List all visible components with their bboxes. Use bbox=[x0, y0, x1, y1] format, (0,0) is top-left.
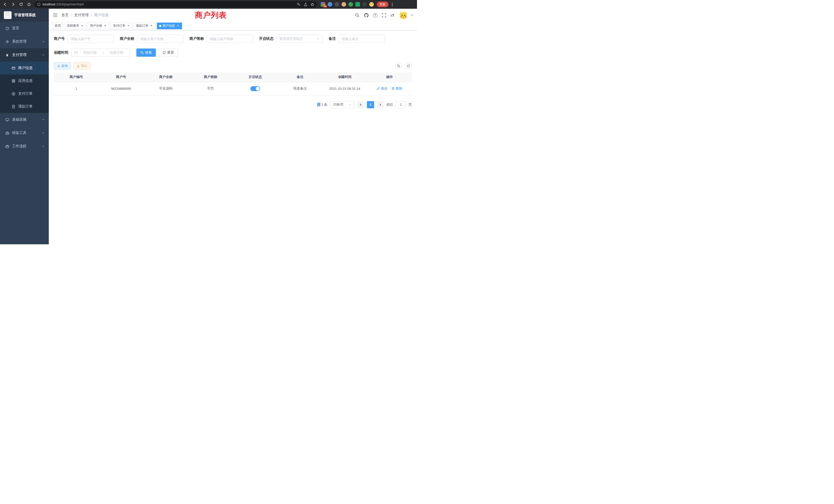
extension-avatar-icon[interactable] bbox=[342, 2, 346, 7]
address-bar[interactable]: localhost:1024/pay/merchant bbox=[35, 1, 317, 8]
help-icon[interactable] bbox=[373, 13, 377, 18]
sidebar-logo[interactable]: 芋道管理系统 bbox=[0, 9, 49, 22]
font-size-icon[interactable] bbox=[391, 13, 394, 18]
tab-process-form[interactable]: 流程表单× bbox=[64, 23, 86, 29]
site-info-icon[interactable] bbox=[37, 3, 41, 6]
delete-link[interactable]: 删除 bbox=[392, 86, 402, 91]
extension-smiley-icon[interactable] bbox=[369, 2, 374, 7]
sidebar-item-refund-order[interactable]: 退款订单 bbox=[0, 100, 49, 113]
page-annotation: 商户列表 bbox=[195, 10, 227, 21]
cell-short-name: 芋艿 bbox=[188, 82, 233, 95]
close-icon[interactable]: × bbox=[80, 24, 84, 28]
cell-merchant-no: M233666999 bbox=[98, 82, 143, 95]
reset-button[interactable]: 重置 bbox=[158, 48, 178, 57]
short-name-input[interactable] bbox=[207, 35, 253, 43]
user-menu-caret-icon[interactable] bbox=[411, 15, 413, 16]
sidebar: 芋道管理系统 首页 系统管理 bbox=[0, 9, 49, 244]
chevron-up-icon bbox=[42, 54, 45, 56]
cell-remark: 我是备注 bbox=[278, 82, 322, 95]
home-icon[interactable] bbox=[26, 2, 31, 7]
extension-puzzle-icon[interactable]: 10 bbox=[321, 2, 325, 7]
tab-refund-order[interactable]: 退款订单× bbox=[134, 23, 156, 29]
yen-icon bbox=[5, 53, 9, 57]
breadcrumb-payment[interactable]: 支付管理 bbox=[74, 13, 89, 18]
share-icon[interactable] bbox=[304, 3, 307, 6]
tab-home[interactable]: 首页 bbox=[52, 23, 63, 29]
sidebar-item-system[interactable]: 系统管理 bbox=[0, 35, 49, 48]
sidebar-item-merchant-info[interactable]: 商户信息 bbox=[0, 62, 49, 74]
dashboard-icon bbox=[5, 26, 9, 30]
next-page-button[interactable] bbox=[377, 101, 384, 108]
export-button[interactable]: 导出 bbox=[73, 62, 90, 70]
create-time-range-picker[interactable]: 开始日期 - 结束日期 bbox=[71, 48, 130, 57]
goto-label: 前往 bbox=[387, 102, 393, 107]
extension-green-circle-icon[interactable] bbox=[348, 2, 353, 7]
refresh-table-icon[interactable] bbox=[405, 62, 412, 70]
full-name-input[interactable] bbox=[137, 35, 183, 43]
extension-pinwheel-icon[interactable] bbox=[362, 2, 367, 7]
search-form-row-2: 创建时间 开始日期 - 结束日期 搜索 bbox=[54, 48, 412, 57]
col-short-name: 商户简称 bbox=[188, 72, 233, 82]
sidebar-item-app-info[interactable]: 应用信息 bbox=[0, 74, 49, 87]
tab-user-group[interactable]: 用户分组× bbox=[88, 23, 109, 29]
password-key-icon[interactable] bbox=[297, 3, 301, 6]
tab-pay-order[interactable]: 支付订单× bbox=[111, 23, 132, 29]
chevron-down-icon bbox=[42, 145, 45, 147]
start-date-placeholder: 开始日期 bbox=[79, 50, 101, 55]
search-button[interactable]: 搜索 bbox=[136, 48, 156, 57]
breadcrumb-home[interactable]: 首页 bbox=[61, 13, 69, 18]
browser-menu-icon[interactable] bbox=[392, 3, 393, 6]
merchant-no-input[interactable] bbox=[68, 35, 114, 43]
close-icon[interactable]: × bbox=[104, 24, 107, 28]
status-select[interactable]: 请选择开启状态 bbox=[276, 35, 323, 43]
sidebar-item-infra[interactable]: 基础设施 bbox=[0, 113, 49, 126]
close-icon[interactable]: × bbox=[127, 24, 130, 28]
url-text: localhost:1024/pay/merchant bbox=[43, 3, 84, 6]
page-size-select[interactable]: 10条/页 bbox=[330, 101, 355, 108]
cell-merchant-index: 1 bbox=[54, 82, 98, 95]
sidebar-item-devtools[interactable]: 研发工具 bbox=[0, 126, 49, 140]
bookmark-star-icon[interactable] bbox=[310, 3, 314, 6]
prev-page-button[interactable] bbox=[357, 101, 364, 108]
toggle-search-icon[interactable] bbox=[395, 62, 402, 70]
page-number-1[interactable]: 1 bbox=[367, 101, 374, 108]
refresh-icon[interactable] bbox=[19, 2, 24, 7]
extension-blue-icon[interactable] bbox=[328, 2, 332, 7]
chevron-down-icon bbox=[42, 132, 45, 134]
back-icon[interactable] bbox=[3, 2, 8, 7]
extension-dark-icon[interactable] bbox=[334, 2, 339, 7]
content: 商户号 商户全称 商户简称 开启状态 请选择开启状态 bbox=[49, 30, 417, 252]
app: 芋道管理系统 首页 系统管理 bbox=[0, 9, 417, 252]
add-button[interactable]: 新增 bbox=[54, 62, 71, 70]
github-icon[interactable] bbox=[364, 13, 369, 18]
active-dot bbox=[159, 25, 161, 27]
fullscreen-icon[interactable] bbox=[382, 13, 386, 18]
short-name-label: 商户简称 bbox=[190, 37, 204, 41]
edit-link[interactable]: 修改 bbox=[377, 86, 388, 91]
status-toggle[interactable] bbox=[250, 86, 260, 91]
browser-update-button[interactable]: 更新 bbox=[377, 2, 389, 7]
table-toolbar: 新增 导出 bbox=[54, 62, 412, 70]
user-avatar[interactable] bbox=[399, 10, 408, 20]
remark-label: 备注 bbox=[329, 37, 336, 41]
close-icon[interactable]: × bbox=[150, 24, 153, 28]
tab-merchant-info[interactable]: 商户信息× bbox=[157, 23, 182, 29]
sidebar-item-home[interactable]: 首页 bbox=[0, 22, 49, 35]
col-merchant-index: 商户编号 bbox=[54, 72, 98, 82]
col-merchant-no: 商户号 bbox=[98, 72, 143, 82]
pagination: 共 1 条 10条/页 1 前往 bbox=[54, 101, 412, 108]
col-created-at: 创建时间 bbox=[323, 72, 367, 82]
search-icon[interactable] bbox=[355, 13, 359, 18]
sidebar-item-pay-order[interactable]: 支付订单 bbox=[0, 87, 49, 100]
status-label: 开启状态 bbox=[259, 37, 273, 41]
chevron-down-icon bbox=[42, 40, 45, 43]
close-icon[interactable]: × bbox=[176, 24, 180, 28]
remark-input[interactable] bbox=[339, 35, 385, 43]
forward-icon[interactable] bbox=[10, 2, 16, 7]
hamburger-icon[interactable] bbox=[53, 13, 58, 17]
sidebar-item-payment[interactable]: 支付管理 bbox=[0, 48, 49, 62]
col-remark: 备注 bbox=[278, 72, 322, 82]
extension-green-square-icon[interactable] bbox=[355, 2, 360, 7]
sidebar-item-workflow[interactable]: 工作流程 bbox=[0, 140, 49, 153]
goto-page-input[interactable] bbox=[396, 101, 406, 108]
